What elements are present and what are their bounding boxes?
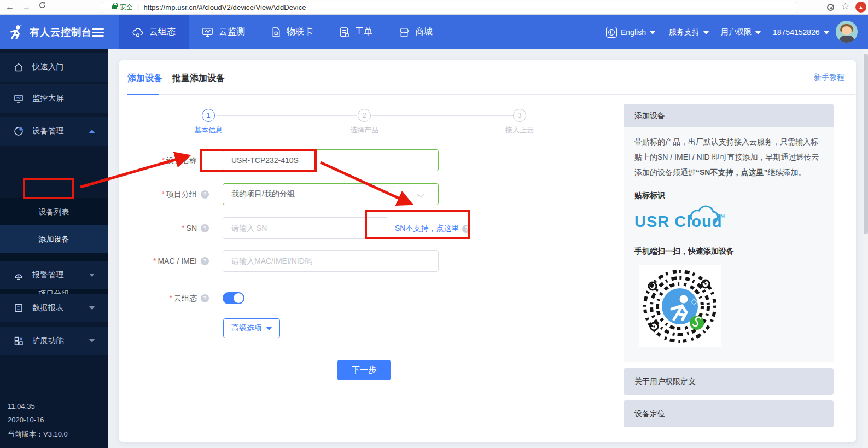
menu-hamburger-icon[interactable]	[92, 28, 104, 37]
sidebar-item-quickstart[interactable]: 快速入门	[0, 53, 108, 82]
form-row-device-name: *设备名称	[131, 149, 459, 171]
advanced-options-button[interactable]: 高级选项	[223, 318, 280, 338]
sidebar-item-label: 快速入门	[32, 62, 64, 72]
home-icon	[14, 62, 24, 72]
navbar-tab-cloud-scada[interactable]: 云组态	[119, 15, 189, 49]
sidebar-item-label: 报警管理	[32, 270, 64, 280]
help-box-title: 添加设备	[624, 104, 834, 127]
submenu-device-list[interactable]: 设备列表	[0, 198, 108, 225]
help-paragraph: 带贴标的产品，出厂默认支持接入云服务，只需输入标贴上的SN / IMEI / N…	[634, 134, 823, 180]
user-permission-label: 用户权限	[721, 27, 752, 37]
cloud-scada-label: *云组态	[131, 287, 197, 309]
system-date: 2020-10-16	[8, 416, 44, 424]
sidebar-item-data-report[interactable]: 数据报表	[0, 294, 108, 322]
locate-icon[interactable]	[827, 4, 834, 11]
section-user-permission[interactable]: 关于用户权限定义	[624, 368, 834, 395]
navbar-tab-cloud-monitor[interactable]: 云监测	[189, 15, 258, 49]
sn-label: *SN	[131, 217, 197, 239]
avatar[interactable]	[836, 21, 858, 43]
sim-card-icon	[271, 27, 281, 38]
chevron-down-icon	[89, 306, 95, 310]
user-permission-menu[interactable]: 用户权限	[721, 15, 761, 49]
navbar-tab-label: 云组态	[149, 26, 176, 38]
globe-icon	[606, 27, 617, 38]
step-connector	[372, 115, 513, 116]
url-text: https://mp.usr.cn/#/cloudV2/device/ViewA…	[143, 3, 306, 11]
service-support-menu[interactable]: 服务支持	[669, 15, 709, 49]
step-3-circle: 3	[513, 109, 526, 122]
mac-input[interactable]	[223, 250, 439, 272]
top-navbar: 有人云控制台 云组态 云监测	[0, 15, 868, 49]
cloud-scada-toggle[interactable]	[223, 292, 244, 304]
browser-toolbar: ← → 安全 | https://mp.usr.cn/#/cloudV2/dev…	[0, 0, 868, 15]
workorder-icon	[339, 27, 349, 38]
navbar-tab-workorder[interactable]: 工单	[326, 15, 386, 49]
ssl-lock-icon	[112, 5, 117, 9]
scrollbar-thumb[interactable]	[864, 54, 868, 234]
sidebar-item-extensions[interactable]: 扩展功能	[0, 327, 108, 355]
account-menu[interactable]: 18754152826	[773, 15, 829, 49]
cloud-monitor-icon	[202, 27, 213, 38]
section-device-location[interactable]: 设备定位	[624, 400, 834, 427]
mac-label: *MAC / IMEI	[131, 250, 197, 272]
system-time: 11:04:35	[8, 402, 35, 410]
navbar-tab-mall[interactable]: 商城	[386, 15, 446, 49]
step-1-circle: 1	[202, 109, 215, 122]
language-menu[interactable]: English	[606, 15, 655, 49]
navbar-tab-label: 商城	[415, 26, 433, 38]
version-label: 当前版本：V3.10.0	[8, 429, 68, 439]
page-scrollbar[interactable]	[863, 49, 868, 448]
chevron-up-icon	[89, 130, 95, 133]
device-management-icon	[14, 126, 24, 136]
form-row-mac: *MAC / IMEI ?	[131, 250, 459, 272]
device-submenu: 设备列表 添加设备 设备模板 项目分组	[0, 198, 108, 307]
chevron-down-icon	[650, 31, 655, 34]
chevron-down-icon	[703, 31, 709, 34]
chevron-down-icon	[755, 31, 761, 34]
sn-not-supported-link[interactable]: SN不支持，点这里?	[395, 217, 470, 239]
submenu-add-device[interactable]: 添加设备	[0, 225, 108, 253]
project-group-select[interactable]	[223, 183, 439, 205]
navbar-tab-label: 工单	[355, 26, 372, 38]
extension-icon[interactable]: ▲	[855, 2, 866, 13]
main-card: 添加设备 批量添加设备 新手教程 1 2 3 基本信息 选择产品 接入上云 *设…	[119, 60, 856, 442]
miniprogram-qr-code	[639, 265, 721, 347]
chevron-down-icon	[89, 339, 95, 342]
address-bar[interactable]: 安全 | https://mp.usr.cn/#/cloudV2/device/…	[102, 2, 797, 13]
tab-add-device[interactable]: 添加设备	[127, 73, 162, 84]
service-support-label: 服务支持	[669, 27, 700, 37]
sidebar-item-device-management[interactable]: 设备管理	[0, 117, 108, 146]
navbar-tab-label: 云监测	[219, 26, 245, 38]
step-connector	[217, 115, 357, 116]
help-question-icon[interactable]: ?	[462, 225, 470, 233]
tab-batch-add-device[interactable]: 批量添加设备	[172, 73, 225, 84]
usr-mascot-icon	[8, 24, 24, 41]
help-question-icon[interactable]: ?	[201, 224, 209, 232]
sn-input[interactable]	[223, 217, 388, 239]
help-question-icon[interactable]: ?	[201, 257, 209, 265]
form-row-project-group: *项目分组 ?	[131, 183, 459, 205]
alarm-bell-icon	[14, 270, 24, 280]
device-name-input[interactable]	[223, 149, 439, 171]
sidebar-item-monitor-screen[interactable]: 监控大屏	[0, 84, 108, 113]
browser-forward-icon[interactable]: →	[22, 1, 31, 13]
tutorial-link[interactable]: 新手教程	[814, 73, 844, 83]
bookmark-star-icon[interactable]: ☆	[841, 1, 849, 12]
data-report-icon	[14, 303, 24, 313]
next-step-button[interactable]: 下一步	[337, 360, 391, 380]
chevron-down-icon	[824, 31, 829, 34]
sidebar: 快速入门 监控大屏 设备管理 设备列表 添加设备 设备模板 项目分组	[0, 49, 108, 448]
browser-refresh-icon[interactable]	[38, 1, 46, 13]
screen: ← → 安全 | https://mp.usr.cn/#/cloudV2/dev…	[0, 0, 868, 448]
navbar-tab-label: 物联卡	[287, 26, 313, 38]
help-question-icon[interactable]: ?	[201, 190, 209, 199]
help-question-icon[interactable]: ?	[201, 294, 209, 302]
project-group-label: *项目分组	[131, 183, 197, 205]
brand-logo[interactable]: 有人云控制台	[8, 15, 92, 49]
usr-cloud-logo: USR Cloud TM	[634, 207, 823, 236]
browser-back-icon[interactable]: ←	[5, 1, 14, 13]
navbar-tab-iot-card[interactable]: 物联卡	[258, 15, 326, 49]
language-label: English	[621, 28, 646, 37]
help-box-body: 带贴标的产品，出厂默认支持接入云服务，只需输入标贴上的SN / IMEI / N…	[624, 127, 834, 347]
sidebar-item-alarm-management[interactable]: 报警管理	[0, 261, 108, 289]
